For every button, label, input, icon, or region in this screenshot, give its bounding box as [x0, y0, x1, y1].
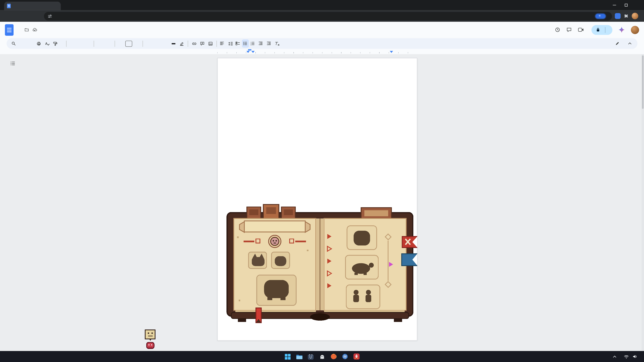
deskpet-body — [146, 342, 154, 349]
browser-navbar: ✦ — [0, 10, 644, 22]
decrease-font-size-button[interactable] — [117, 39, 125, 48]
share-button[interactable] — [592, 25, 612, 35]
docs-profile-avatar[interactable] — [631, 26, 639, 34]
redo-button[interactable] — [27, 39, 34, 48]
window-controls — [608, 0, 644, 10]
app-icon-rocket[interactable] — [353, 353, 360, 360]
extensions-puzzle-icon[interactable] — [622, 12, 630, 20]
version-history-icon[interactable] — [555, 27, 560, 32]
app-icon-settings-gear[interactable] — [342, 353, 348, 360]
window-close-button[interactable] — [632, 0, 644, 10]
volume-icon[interactable] — [632, 354, 638, 359]
svg-text:A: A — [45, 41, 48, 45]
collapse-toolbar-button[interactable] — [626, 39, 634, 48]
google-docs-logo[interactable] — [5, 24, 14, 35]
add-comment-button[interactable] — [198, 39, 206, 48]
wifi-icon[interactable] — [624, 355, 629, 359]
ask-google-chip[interactable]: ✦ — [595, 13, 606, 19]
ruler — [0, 49, 644, 54]
window-maximize-button[interactable] — [620, 0, 632, 10]
app-icon-cat[interactable] — [307, 353, 314, 360]
browser-tabstrip — [0, 0, 644, 10]
paint-format-button[interactable] — [51, 39, 59, 48]
bullet-list-button[interactable] — [242, 39, 249, 48]
print-button[interactable] — [35, 39, 43, 48]
docs-favicon-icon — [7, 4, 11, 8]
extension-icon-blue[interactable] — [615, 13, 620, 19]
cloud-saved-icon[interactable] — [32, 28, 37, 31]
move-folder-icon[interactable] — [25, 28, 29, 31]
left-indent-marker[interactable] — [246, 51, 250, 53]
deskpet-sprite[interactable] — [144, 329, 156, 350]
docs-toolbar: A — [6, 38, 638, 49]
insert-image-button[interactable] — [207, 39, 214, 48]
undo-button[interactable] — [18, 39, 26, 48]
app-icon-browser-orange[interactable] — [330, 353, 337, 360]
spellcheck-button[interactable]: A — [43, 39, 51, 48]
system-tray — [613, 351, 641, 362]
show-outline-button[interactable] — [8, 59, 16, 67]
clear-formatting-button[interactable] — [273, 39, 281, 48]
italic-button[interactable] — [153, 39, 161, 48]
increase-font-size-button[interactable] — [133, 39, 140, 48]
svg-text:3: 3 — [250, 44, 251, 46]
browser-tab[interactable] — [4, 2, 61, 10]
app-icon-ghost[interactable] — [318, 353, 326, 360]
increase-indent-button[interactable] — [265, 39, 273, 48]
site-info-icon[interactable] — [48, 14, 52, 18]
bold-button[interactable] — [145, 39, 153, 48]
share-divider — [605, 27, 605, 32]
viewport: ✦ — [0, 0, 644, 362]
first-line-indent-marker[interactable] — [248, 49, 252, 50]
sparkle-icon: ✦ — [598, 14, 601, 18]
line-spacing-button[interactable] — [226, 39, 234, 48]
text-color-button[interactable] — [170, 39, 178, 48]
right-indent-marker[interactable] — [390, 51, 393, 53]
document-canvas — [0, 54, 644, 351]
gemini-icon[interactable] — [618, 27, 625, 33]
decrease-indent-button[interactable] — [257, 39, 264, 48]
browser-profile-avatar[interactable] — [632, 13, 638, 19]
tray-overflow-chevron[interactable] — [613, 355, 616, 358]
align-button[interactable] — [219, 39, 226, 48]
screen: ✦ — [0, 0, 644, 362]
highlight-color-button[interactable] — [178, 39, 186, 48]
docs-header-actions — [555, 25, 639, 35]
doc-title-area — [17, 28, 37, 32]
forward-button[interactable] — [13, 12, 21, 20]
search-menus-button[interactable] — [10, 39, 18, 48]
docs-header — [0, 22, 644, 38]
comments-icon[interactable] — [566, 27, 572, 32]
deskpet-speech-bubble — [145, 330, 155, 341]
vertical-scrollbar[interactable] — [642, 54, 644, 351]
editing-mode-button[interactable] — [615, 41, 623, 45]
reload-button[interactable] — [23, 12, 31, 20]
windows-taskbar — [0, 351, 644, 362]
back-button[interactable] — [3, 12, 12, 20]
numbered-list-button[interactable]: 123 — [249, 39, 256, 48]
home-button[interactable] — [32, 12, 41, 20]
checklist-button[interactable] — [234, 39, 242, 48]
underline-button[interactable] — [162, 39, 169, 48]
insert-link-button[interactable] — [190, 39, 198, 48]
window-minimize-button[interactable] — [608, 0, 620, 10]
address-bar[interactable]: ✦ — [44, 12, 612, 20]
start-button[interactable] — [284, 353, 291, 360]
document-page[interactable] — [217, 58, 417, 341]
font-size-input[interactable] — [125, 40, 132, 47]
scrollbar-thumb[interactable] — [642, 55, 644, 109]
encyclopedia-book-image[interactable] — [226, 199, 417, 326]
hanging-indent-marker[interactable] — [251, 51, 255, 53]
docs-toolbar-row: A — [0, 38, 644, 49]
file-explorer-icon[interactable] — [296, 353, 302, 360]
meet-video-icon[interactable] — [578, 27, 585, 32]
